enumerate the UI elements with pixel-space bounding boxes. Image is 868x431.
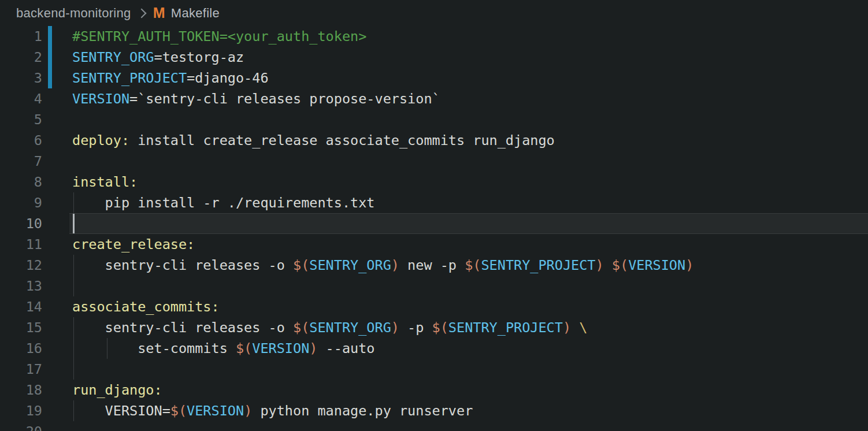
code-token: SENTRY_PROJECT [481, 257, 595, 273]
text-cursor [73, 214, 75, 233]
code-line[interactable]: 11create_release: [0, 234, 868, 255]
code-text: deploy: install create_release associate… [72, 130, 555, 151]
code-token: install: [72, 174, 138, 190]
code-token: VERSION= [72, 403, 170, 419]
code-token: =testorg-az [154, 49, 244, 65]
code-token: --auto [317, 340, 374, 356]
code-text: install: [72, 172, 138, 192]
code-token: VERSION [252, 340, 309, 356]
code-text: run_django: [72, 380, 162, 400]
code-token: ) [244, 403, 252, 419]
line-number: 3 [0, 68, 42, 88]
modified-gutter-indicator[interactable] [48, 47, 52, 68]
modified-gutter-indicator[interactable] [48, 26, 52, 47]
code-token: SENTRY_ORG [309, 257, 391, 273]
code-editor[interactable]: 1#SENTRY_AUTH_TOKEN=<your_auth_token>2SE… [0, 26, 868, 431]
line-number: 1 [0, 26, 42, 47]
code-token: run_django: [72, 382, 162, 398]
code-text: VERSION=$(VERSION) python manage.py runs… [72, 400, 473, 421]
line-number: 10 [0, 213, 42, 234]
code-text: sentry-cli releases -o $(SENTRY_ORG) -p … [72, 317, 587, 338]
code-token: VERSION [628, 257, 685, 273]
code-line[interactable]: 8install: [0, 172, 868, 192]
code-text: create_release: [72, 234, 195, 255]
code-text: #SENTRY_AUTH_TOKEN=<your_auth_token> [72, 26, 366, 47]
code-token: SENTRY_ORG [72, 49, 154, 65]
code-line[interactable]: 20 [0, 421, 868, 431]
code-token: set-commits [72, 340, 236, 356]
code-token: ) [391, 257, 399, 273]
code-line[interactable]: 19 VERSION=$(VERSION) python manage.py r… [0, 400, 868, 421]
modified-gutter-indicator[interactable] [48, 68, 52, 88]
code-token: $( [293, 319, 309, 336]
line-number: 5 [0, 109, 42, 130]
code-line[interactable]: 9 pip install -r ./requirements.txt [0, 192, 868, 213]
code-line[interactable]: 4VERSION=`sentry-cli releases propose-ve… [0, 88, 868, 109]
code-text: SENTRY_PROJECT=django-46 [72, 68, 269, 88]
code-line[interactable]: 3SENTRY_PROJECT=django-46 [0, 68, 868, 88]
code-token: ) [563, 319, 571, 336]
code-token: $( [612, 257, 628, 273]
code-line[interactable]: 7 [0, 151, 868, 172]
line-number: 2 [0, 47, 42, 68]
code-line[interactable]: 16 set-commits $(VERSION) --auto [0, 338, 868, 359]
code-token: SENTRY_ORG [309, 319, 391, 336]
line-number: 13 [0, 276, 42, 296]
line-number: 20 [0, 421, 42, 431]
code-token: ) [309, 340, 317, 356]
code-line[interactable]: 5 [0, 109, 868, 130]
current-line-highlight [69, 213, 868, 234]
breadcrumb-file[interactable]: Makefile [171, 0, 220, 26]
indent-guide [73, 276, 74, 296]
line-number: 7 [0, 151, 42, 172]
line-number: 8 [0, 172, 42, 192]
line-number: 14 [0, 296, 42, 317]
code-token: ) [685, 257, 693, 273]
line-number: 9 [0, 192, 42, 213]
code-line[interactable]: 12 sentry-cli releases -o $(SENTRY_ORG) … [0, 255, 868, 276]
code-token: pip install -r ./requirements.txt [72, 195, 374, 211]
code-token: sentry-cli releases -o [72, 257, 293, 273]
code-token: SENTRY_PROJECT [448, 319, 563, 336]
code-text: associate_commits: [72, 296, 220, 317]
code-line[interactable]: 13 [0, 276, 868, 296]
code-token [571, 319, 579, 336]
code-token: $( [465, 257, 481, 273]
code-line[interactable]: 10 [0, 213, 868, 234]
code-token: $( [236, 340, 252, 356]
code-line[interactable]: 15 sentry-cli releases -o $(SENTRY_ORG) … [0, 317, 868, 338]
code-token: \ [579, 319, 587, 336]
code-token: $( [432, 319, 448, 336]
makefile-icon: M [153, 0, 165, 26]
code-line[interactable]: 1#SENTRY_AUTH_TOKEN=<your_auth_token> [0, 26, 868, 47]
code-token: create_release: [72, 236, 195, 252]
code-token: associate_commits: [72, 299, 220, 315]
code-line[interactable]: 14associate_commits: [0, 296, 868, 317]
code-text: pip install -r ./requirements.txt [72, 192, 374, 213]
code-token: VERSION [187, 403, 244, 419]
code-text: set-commits $(VERSION) --auto [72, 338, 375, 359]
line-number: 17 [0, 359, 42, 380]
code-line[interactable]: 6deploy: install create_release associat… [0, 130, 868, 151]
code-token: VERSION [72, 91, 129, 107]
chevron-right-icon [136, 8, 146, 18]
code-token: sentry-cli releases -o [72, 319, 293, 336]
line-number: 16 [0, 338, 42, 359]
code-token: install create_release associate_commits… [129, 132, 555, 148]
code-token: -p [399, 319, 432, 336]
code-token: python manage.py runserver [252, 403, 473, 419]
breadcrumb-folder[interactable]: backend-monitoring [16, 0, 131, 26]
code-token: #SENTRY_AUTH_TOKEN=<your_auth_token> [72, 28, 366, 44]
code-token: $( [170, 403, 187, 419]
code-token: new -p [399, 257, 465, 273]
code-line[interactable]: 18run_django: [0, 380, 868, 400]
code-text: SENTRY_ORG=testorg-az [72, 47, 244, 68]
code-line[interactable]: 17 [0, 359, 868, 380]
line-number: 19 [0, 400, 42, 421]
code-token: deploy: [72, 132, 129, 148]
line-number: 11 [0, 234, 42, 255]
indent-guide [73, 359, 74, 380]
code-token: ) [596, 257, 604, 273]
code-line[interactable]: 2SENTRY_ORG=testorg-az [0, 47, 868, 68]
code-token: SENTRY_PROJECT [72, 70, 187, 86]
